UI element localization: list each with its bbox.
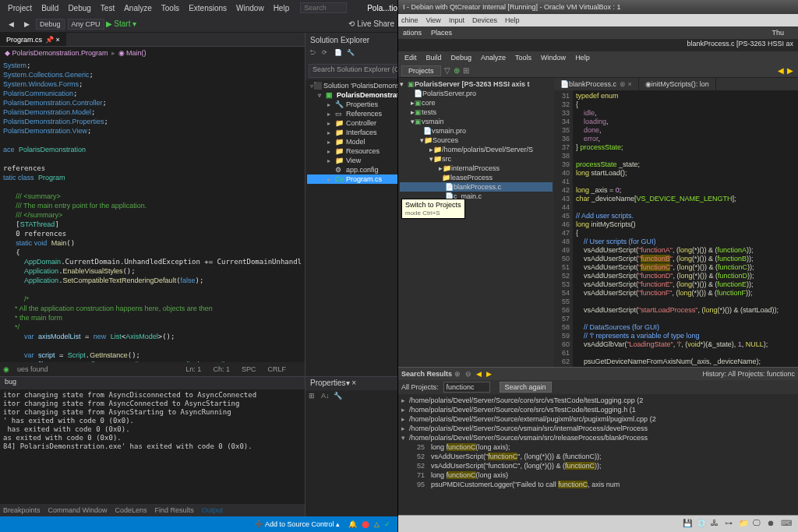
vs-statusbar: ➕ Add to Source Control ▴ 🔔 ⬤ △ ✓: [0, 516, 397, 532]
home-icon[interactable]: ⮌: [309, 49, 320, 60]
error-icon[interactable]: ⬤: [362, 520, 369, 528]
qt-tools[interactable]: Tools: [515, 54, 531, 62]
output-tabs: Breakpoints Command Window CodeLens Find…: [0, 504, 305, 516]
tab-cmdwindow[interactable]: Command Window: [48, 506, 108, 514]
breadcrumb: ◆ PolarisDemonstration.Program ▸ ◉ Main(…: [0, 47, 305, 59]
code-editor[interactable]: System; System.Collections.Generic; Syst…: [0, 59, 305, 362]
prop-icon[interactable]: 🔧: [347, 49, 358, 60]
qt-build[interactable]: Build: [426, 54, 442, 62]
notif-icon[interactable]: 🔔: [348, 520, 357, 528]
qt-help[interactable]: Help: [575, 54, 590, 62]
search-history[interactable]: History: All Projects: functionc: [702, 370, 795, 378]
tab-blankprocess[interactable]: 📄 blankProcess.c⊗ ×: [554, 78, 639, 90]
props-toolbar: ⊞ A↓ 🔧: [305, 390, 397, 406]
qt-edit[interactable]: Edit: [404, 54, 417, 62]
output-header: bug: [0, 377, 305, 389]
vm-display-icon[interactable]: 🖵: [753, 519, 764, 530]
menu-window[interactable]: Window: [231, 4, 269, 12]
search-again-button[interactable]: Search again: [500, 382, 552, 393]
tab-codelens[interactable]: CodeLens: [115, 506, 147, 514]
se-search[interactable]: Search Solution Explorer (Ctrl+;): [309, 64, 397, 78]
vs-menubar: Project Build Debug Test Analyze Tools E…: [0, 0, 397, 16]
config-dropdown[interactable]: Debug: [36, 19, 65, 30]
qt-window[interactable]: Window: [541, 54, 566, 62]
vm-machine[interactable]: chine: [401, 16, 418, 24]
vm-help[interactable]: Help: [505, 16, 520, 24]
search-results-list[interactable]: ▸/home/polaris/Devel/Server/Source/core/…: [398, 394, 798, 515]
qt-project-tree[interactable]: ▾▣ PolarisServer [PS-3263 HSSI axis t 📄 …: [398, 78, 554, 367]
start-button[interactable]: ▶ Start ▾: [106, 19, 137, 28]
add-source-control[interactable]: ➕ Add to Source Control ▴: [255, 520, 340, 528]
nav-back-icon[interactable]: ◀: [778, 66, 784, 75]
menu-analyze[interactable]: Analyze: [119, 4, 157, 12]
warn-icon[interactable]: △: [374, 520, 380, 528]
search-title: Search Results: [401, 370, 452, 378]
back-icon[interactable]: ◀: [5, 18, 17, 30]
editor-status: ◉ues found Ln: 1 Ch: 1 SPC CRLF: [0, 362, 305, 376]
vs-toolbar: ◀ ▶ Debug Any CPU ▶ Start ▾ ⟲ Live Share: [0, 16, 397, 33]
qt-code-editor[interactable]: 31 32 33 34 35 36 37 38 39 40 41 42 43 4…: [554, 90, 798, 367]
vm-shared-icon[interactable]: 📁: [739, 519, 750, 530]
switch-projects-tooltip: Switch to Projects mode Ctrl+S: [401, 199, 465, 219]
vm-menubar: chine View Input Devices Help: [398, 14, 798, 26]
vm-usb-icon[interactable]: ⊶: [725, 519, 736, 530]
crumb-method[interactable]: ◉ Main(): [118, 49, 147, 57]
menu-tools[interactable]: Tools: [157, 4, 184, 12]
platform-dropdown[interactable]: Any CPU: [68, 19, 104, 30]
tab-findresults[interactable]: Find Results: [155, 506, 194, 514]
gnome-topbar: ations Places Thu: [398, 26, 798, 39]
vm-rec-icon[interactable]: ⏺: [767, 519, 778, 530]
places[interactable]: Places: [431, 29, 452, 37]
vm-input[interactable]: Input: [449, 16, 464, 24]
tab-initmyscripts[interactable]: ◉ initMyScripts(): lon: [639, 78, 716, 90]
prev-result-icon[interactable]: ◀: [476, 370, 482, 378]
liveshare-button[interactable]: ⟲ Live Share: [348, 19, 394, 28]
qtcreator-window: I - Debian with QtCreator Internal [Runn…: [397, 0, 798, 532]
vm-view[interactable]: View: [426, 16, 441, 24]
split-icon[interactable]: ⊞: [463, 66, 469, 75]
output-text[interactable]: itor changing state from AsyncDisconnect…: [0, 389, 305, 504]
search-query-input[interactable]: [443, 382, 490, 393]
projects-tab[interactable]: Projects: [401, 65, 441, 76]
qt-editor-tabs: 📄 blankProcess.c⊗ × ◉ initMyScripts(): l…: [554, 78, 798, 90]
solution-tree[interactable]: ▿⬛Solution 'PolarisDemonstration' (1 of …: [305, 79, 397, 376]
menu-project[interactable]: Project: [3, 4, 37, 12]
vm-disk-icon[interactable]: 💾: [683, 519, 694, 530]
editor-tabs: Program.cs 📌 ×: [0, 33, 305, 47]
menu-build[interactable]: Build: [37, 4, 63, 12]
vm-hostkey-icon[interactable]: ⌨: [781, 519, 792, 530]
az-icon[interactable]: A↓: [321, 392, 332, 403]
next-result-icon[interactable]: ▶: [486, 370, 492, 378]
vm-optical-icon[interactable]: 💿: [697, 519, 708, 530]
docs-icon[interactable]: 📄: [334, 49, 345, 60]
menu-debug[interactable]: Debug: [63, 4, 95, 12]
vm-net-icon[interactable]: 🖧: [711, 519, 722, 530]
nav-fwd-icon[interactable]: ▶: [787, 66, 793, 75]
filter-icon[interactable]: ▽: [444, 66, 450, 75]
properties-title: Properties▾ ×: [305, 376, 397, 390]
tab-breakpoints[interactable]: Breakpoints: [3, 506, 41, 514]
crumb-class[interactable]: ◆ PolarisDemonstration.Program: [5, 49, 108, 57]
qt-debug[interactable]: Debug: [451, 54, 472, 62]
qt-analyze[interactable]: Analyze: [481, 54, 506, 62]
menu-test[interactable]: Test: [96, 4, 119, 12]
menu-extensions[interactable]: Extensions: [184, 4, 231, 12]
vm-devices[interactable]: Devices: [472, 16, 497, 24]
vs-search-input[interactable]: [300, 2, 347, 13]
wrench-icon[interactable]: 🔧: [334, 392, 344, 403]
refresh-icon[interactable]: ⟳: [322, 49, 333, 60]
tab-output[interactable]: Output: [202, 506, 223, 514]
applications[interactable]: ations: [403, 29, 422, 37]
cat-icon[interactable]: ⊞: [309, 392, 320, 403]
sync-icon[interactable]: ⊕: [454, 66, 460, 75]
tab-program-cs[interactable]: Program.cs 📌 ×: [0, 33, 66, 46]
ok-icon[interactable]: ✓: [384, 520, 390, 528]
vm-titlebar: I - Debian with QtCreator Internal [Runn…: [398, 0, 798, 14]
menu-help[interactable]: Help: [269, 4, 295, 12]
clock[interactable]: Thu: [772, 29, 784, 37]
qt-toolbar: Projects ▽ ⊕ ⊞ ◀ ▶: [398, 64, 798, 78]
collapse-icon[interactable]: ⊖: [465, 370, 471, 378]
fwd-icon[interactable]: ▶: [20, 18, 33, 30]
expand-icon[interactable]: ⊕: [454, 370, 461, 378]
visual-studio-window: Project Build Debug Test Analyze Tools E…: [0, 0, 397, 532]
